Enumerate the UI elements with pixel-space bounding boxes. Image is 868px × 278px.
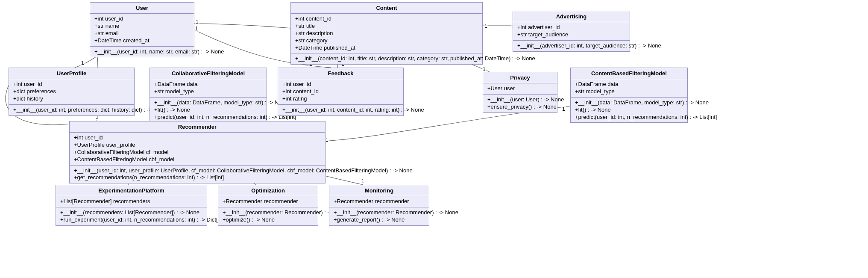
class-user: User +int user_id +str name +str email +…: [90, 2, 194, 57]
attr: +dict history: [13, 95, 130, 103]
class-title: Privacy: [483, 72, 557, 83]
method: +__init__(data: DataFrame, model_type: s…: [575, 99, 683, 106]
card: 1: [561, 106, 566, 112]
method: +__init__(content_id: int, title: str, d…: [295, 55, 478, 62]
attr: +ContentBasedFilteringModel cbf_model: [74, 156, 321, 163]
card: 1: [80, 60, 85, 66]
class-title: Recommender: [70, 121, 325, 133]
attr: +DataFrame data: [154, 81, 262, 88]
class-attrs: +List[Recommender] recommenders: [56, 196, 207, 207]
attr: +dict preferences: [13, 88, 130, 95]
attr: +str description: [295, 30, 478, 37]
class-attrs: +Recommender recommender: [329, 196, 429, 207]
class-optimization: Optimization +Recommender recommender +_…: [218, 185, 318, 226]
class-methods: +__init__(data: DataFrame, model_type: s…: [150, 98, 267, 123]
card: 1: [195, 19, 199, 25]
method: +__init__(advertiser_id: int, target_aud…: [517, 42, 625, 50]
attr: +int rating: [282, 95, 399, 103]
class-attrs: +DataFrame data +str model_type: [150, 79, 267, 98]
method: +predict(user_id: int, n_recommendations…: [575, 114, 683, 121]
class-monitoring: Monitoring +Recommender recommender +__i…: [329, 185, 429, 226]
class-methods: +__init__(recommenders: List[Recommender…: [56, 207, 207, 225]
class-attrs: +int user_id +str name +str email +DateT…: [90, 14, 194, 47]
attr: +DateTime published_at: [295, 44, 478, 52]
method: +ensure_privacy() : -> None: [487, 104, 553, 111]
method: +__init__(recommender: Recommender) : ->…: [223, 209, 314, 216]
attr: +List[Recommender] recommenders: [60, 198, 202, 205]
method: +__init__(user_id: int, content_id: int,…: [282, 106, 399, 114]
class-methods: +__init__(user_id: int, name: str, email…: [90, 47, 194, 57]
attr: +str name: [94, 23, 190, 30]
class-attrs: +DataFrame data +str model_type: [571, 79, 687, 98]
card: 1: [484, 23, 488, 29]
class-attrs: +int content_id +str title +str descript…: [291, 14, 482, 53]
method: +__init__(user_id: int, preferences: dic…: [13, 106, 130, 114]
attr: +Recommender recommender: [334, 198, 425, 205]
attr: +str title: [295, 23, 478, 30]
class-privacy: Privacy +User user +__init__(user: User)…: [483, 72, 557, 113]
attr: +str model_type: [575, 88, 683, 95]
class-methods: +__init__(user_id: int, content_id: int,…: [278, 105, 403, 115]
method: +__init__(user_id: int, name: str, email…: [94, 48, 190, 56]
class-experimentation: ExperimentationPlatform +List[Recommende…: [56, 185, 207, 226]
method: +fit() : -> None: [575, 106, 683, 114]
method: +__init__(data: DataFrame, model_type: s…: [154, 99, 262, 106]
method: +predict(user_id: int, n_recommendations…: [154, 114, 262, 121]
class-collaborative: CollaborativeFilteringModel +DataFrame d…: [150, 68, 267, 123]
method: +__init__(recommenders: List[Recommender…: [60, 209, 202, 216]
class-methods: +__init__(user_id: int, user_profile: Us…: [70, 166, 325, 183]
method: +__init__(recommender: Recommender) : ->…: [334, 209, 425, 216]
card: 1: [361, 178, 365, 184]
class-title: CollaborativeFilteringModel: [150, 68, 267, 79]
attr: +DataFrame data: [575, 81, 683, 88]
class-title: ContentBasedFilteringModel: [571, 68, 687, 79]
method: +__init__(user_id: int, user_profile: Us…: [74, 167, 321, 174]
class-userprofile: UserProfile +int user_id +dict preferenc…: [9, 68, 135, 116]
method: +get_recommendations(n_recommendations: …: [74, 174, 321, 181]
class-recommender: Recommender +int user_id +UserProfile us…: [69, 121, 326, 183]
method: +__init__(user: User) : -> None: [487, 96, 553, 104]
class-title: User: [90, 3, 194, 14]
attr: +str target_audience: [517, 31, 625, 38]
class-advertising: Advertising +int advertiser_id +str targ…: [513, 11, 630, 52]
class-methods: +__init__(data: DataFrame, model_type: s…: [571, 98, 687, 123]
class-title: Content: [291, 3, 482, 14]
class-contentbased: ContentBasedFilteringModel +DataFrame da…: [570, 68, 688, 123]
card: 1: [482, 66, 487, 72]
attr: +int user_id: [13, 81, 130, 88]
attr: +User user: [487, 85, 553, 92]
class-title: ExperimentationPlatform: [56, 185, 207, 196]
class-title: Optimization: [218, 185, 318, 196]
attr: +int content_id: [295, 15, 478, 23]
card: 1: [194, 26, 199, 32]
attr: +str email: [94, 30, 190, 37]
attr: +str category: [295, 37, 478, 44]
attr: +Recommender recommender: [223, 198, 314, 205]
attr: +int content_id: [282, 88, 399, 95]
class-methods: +__init__(user_id: int, preferences: dic…: [9, 105, 134, 115]
class-methods: +__init__(recommender: Recommender) : ->…: [218, 207, 318, 225]
class-methods: +__init__(content_id: int, title: str, d…: [291, 53, 482, 64]
class-attrs: +User user: [483, 83, 557, 95]
class-attrs: +int user_id +int content_id +int rating: [278, 79, 403, 105]
method: +run_experiment(user_id: int, n_recommen…: [60, 216, 202, 224]
class-attrs: +int user_id +dict preferences +dict his…: [9, 79, 134, 105]
method: +generate_report() : -> None: [334, 216, 425, 224]
class-methods: +__init__(recommender: Recommender) : ->…: [329, 207, 429, 225]
class-methods: +__init__(user: User) : -> None +ensure_…: [483, 95, 557, 112]
attr: +int user_id: [282, 81, 399, 88]
class-methods: +__init__(advertiser_id: int, target_aud…: [513, 41, 630, 51]
class-title: Advertising: [513, 11, 630, 22]
attr: +DateTime created_at: [94, 37, 190, 44]
class-attrs: +int user_id +UserProfile user_profile +…: [70, 133, 325, 166]
attr: +UserProfile user_profile: [74, 142, 321, 149]
attr: +CollaborativeFilteringModel cf_model: [74, 149, 321, 156]
class-title: UserProfile: [9, 68, 134, 79]
class-feedback: Feedback +int user_id +int content_id +i…: [278, 68, 404, 116]
class-attrs: +Recommender recommender: [218, 196, 318, 207]
method: +optimize() : -> None: [223, 216, 314, 224]
attr: +str model_type: [154, 88, 262, 95]
class-title: Monitoring: [329, 185, 429, 196]
attr: +int user_id: [94, 15, 190, 23]
class-title: Feedback: [278, 68, 403, 79]
